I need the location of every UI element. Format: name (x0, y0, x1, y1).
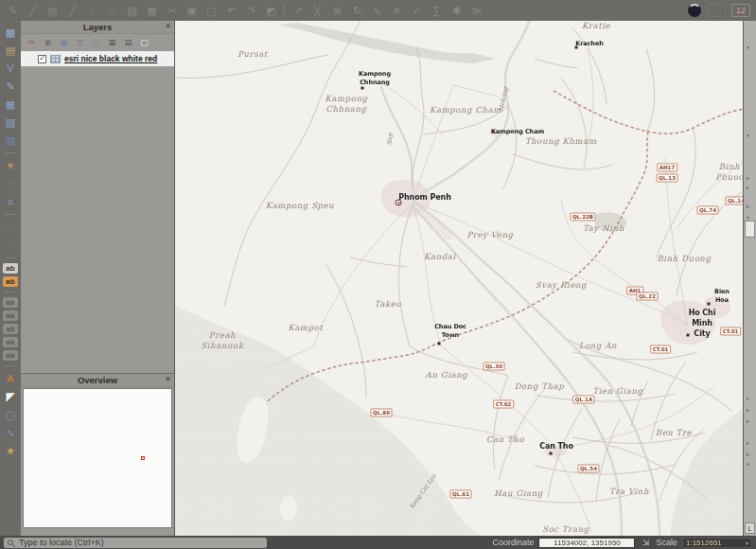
province-label: An Giang (426, 370, 468, 381)
province-label: Binh Duong (658, 254, 712, 264)
add-database-layer-icon[interactable]: ≡ (3, 194, 19, 209)
layer-row[interactable]: ✓ esri nice black white red (21, 51, 174, 66)
main-area: ▩▤V✎▦▨▥▼✶≡◎∴abababababababA◤▢∿★ Layers ✕… (0, 21, 756, 536)
attributes-form-icon[interactable]: ▨ (125, 4, 139, 18)
tree-expand-icon[interactable]: ▸ (747, 204, 749, 209)
move-label-icon[interactable]: ab (3, 324, 18, 334)
map-canvas[interactable]: KratiePursatKampong ChhnangKampong ChamT… (175, 21, 743, 536)
tree-expand-icon[interactable]: ▸ (747, 396, 749, 401)
redo-icon[interactable]: ↷ (244, 4, 258, 18)
filter-expression-icon[interactable]: ▽ (90, 37, 102, 49)
open-styling-panel-icon[interactable]: ✑ (26, 37, 38, 49)
offset-curve-icon[interactable]: ≋ (390, 4, 404, 18)
layer-labeling-icon[interactable]: ab (3, 263, 18, 274)
processing-toolbox-icon[interactable]: ✱ (449, 4, 464, 18)
move-feature-icon[interactable]: ↗ (290, 4, 305, 18)
layer-statistics-icon[interactable]: ∴ (3, 238, 19, 253)
text-annotation-icon[interactable]: A (3, 371, 19, 386)
overview-extent-marker[interactable] (141, 456, 145, 460)
add-mesh-layer-icon[interactable]: ▦ (3, 97, 19, 112)
polygon-annotation-icon[interactable]: ▢ (3, 407, 19, 422)
rotate-feature-icon[interactable]: ↻ (350, 4, 364, 18)
merge-features-icon[interactable]: ⊞ (330, 4, 344, 18)
vertex-tool-icon[interactable]: ✎ (6, 4, 20, 18)
split-features-icon[interactable]: ╳ (310, 4, 325, 18)
close-icon[interactable]: ✕ (165, 375, 171, 383)
capital-marker-icon (396, 200, 402, 206)
copy-features-icon[interactable]: ▣ (185, 4, 199, 18)
locate-input[interactable] (17, 537, 263, 548)
digitize-segment-icon[interactable]: ╱ (26, 4, 40, 18)
tree-expand-icon[interactable]: ▸ (747, 452, 749, 457)
coordinate-input[interactable] (538, 538, 635, 548)
add-wms-layer-icon[interactable]: ◎ (3, 220, 19, 235)
highlight-labels-icon[interactable]: ab (3, 310, 18, 321)
city-dot (708, 303, 711, 306)
rotation-value-box[interactable]: 12 (731, 4, 750, 17)
add-point-cloud-layer-icon[interactable]: ▼ (3, 158, 19, 173)
add-raster-layer-icon[interactable]: ▨ (3, 115, 19, 130)
rotate-label-icon[interactable]: ab (3, 337, 18, 347)
tree-expand-icon[interactable]: ▸ (747, 185, 749, 190)
pointer-spiral-icon[interactable] (688, 4, 701, 17)
coordinate-extent-toggle-icon[interactable]: ⇲ (640, 538, 651, 548)
city-label: Kampong Chhnang (359, 70, 391, 87)
python-console-icon[interactable]: ≫ (469, 4, 483, 18)
tree-expand-icon[interactable]: ▾ (747, 44, 749, 50)
collapsed-dock-strip[interactable]: ▾▾▸▸▸▾▸▸▸▸▸▸L (743, 21, 756, 536)
separator (284, 4, 285, 17)
tree-expand-icon[interactable]: ▸ (747, 175, 749, 181)
overview-panel-title-text: Overview (78, 375, 117, 385)
add-vertex-icon[interactable]: ⁘ (85, 4, 99, 18)
data-source-manager-icon[interactable]: ▤ (3, 43, 19, 58)
locate-bar[interactable] (4, 538, 267, 548)
pin-labels-icon[interactable]: ab (3, 297, 18, 308)
add-vector-layer-icon[interactable]: V (3, 61, 19, 76)
line-annotation-icon[interactable]: ∿ (3, 425, 19, 440)
province-label: Can Tho (486, 434, 524, 445)
new-shapefile-layer-icon[interactable]: ✎ (3, 79, 19, 94)
statistical-summary-icon[interactable]: ∑ (430, 4, 444, 18)
coordinate-label: Coordinate (492, 538, 534, 547)
search-icon (8, 540, 13, 545)
province-label: Ben Tre (656, 428, 692, 438)
add-grass-layer-icon[interactable]: ✶ (3, 176, 19, 191)
simplify-feature-icon[interactable]: ∿ (370, 4, 384, 18)
remove-layer-icon[interactable]: ▢ (138, 37, 150, 49)
tree-expand-icon[interactable]: ▸ (747, 461, 749, 467)
dock-bottom-button[interactable]: L (745, 522, 755, 534)
tree-expand-icon[interactable]: ▸ (747, 407, 749, 413)
snapping-icon[interactable]: ◩ (264, 4, 278, 18)
undo-icon[interactable]: ↶ (224, 4, 238, 18)
paste-style-icon[interactable]: ▩ (3, 25, 19, 40)
layer-visibility-checkbox[interactable]: ✓ (38, 55, 46, 63)
overview-map[interactable] (23, 388, 172, 528)
tree-expand-icon[interactable]: ▸ (747, 440, 749, 446)
map-themes-icon[interactable]: ◉ (58, 37, 70, 49)
close-icon[interactable]: ✕ (165, 22, 171, 30)
frame-placeholder-icon[interactable] (707, 4, 726, 17)
paste-features-icon[interactable]: ▢ (204, 4, 219, 18)
filter-legend-icon[interactable]: ▽ (74, 37, 86, 49)
collapse-all-icon[interactable]: ⊟ (122, 37, 134, 49)
check-geometry-icon[interactable]: ✓ (410, 4, 424, 18)
tree-expand-icon[interactable]: ▾ (747, 133, 749, 138)
province-label: Dong Thap (515, 381, 565, 392)
move-vertex-icon[interactable]: ⁙ (105, 4, 119, 18)
road-shield: QL.54 (578, 465, 600, 473)
add-vector-tile-layer-icon[interactable]: ▥ (3, 133, 19, 148)
add-group-icon[interactable]: ⊕ (42, 37, 54, 49)
delete-selected-icon[interactable]: ▦ (145, 4, 159, 18)
marker-annotation-icon[interactable]: ★ (3, 443, 19, 458)
province-label: Thoung Khmum (525, 136, 597, 147)
layer-name[interactable]: esri nice black white red (64, 54, 157, 63)
expand-all-icon[interactable]: ⊞ (106, 37, 118, 49)
select-annotation-icon[interactable]: ◤ (3, 389, 19, 404)
cut-features-icon[interactable]: ✂ (165, 4, 179, 18)
change-label-icon[interactable]: ab (3, 350, 18, 361)
save-edits-icon[interactable]: ▤ (45, 4, 60, 18)
tree-expand-icon[interactable]: ▸ (747, 418, 749, 424)
layer-diagram-icon[interactable]: ab (3, 276, 18, 287)
scale-combobox[interactable]: 1:1512651 ▾ (682, 538, 752, 548)
digitize-line-icon[interactable]: ╱ (65, 4, 79, 18)
